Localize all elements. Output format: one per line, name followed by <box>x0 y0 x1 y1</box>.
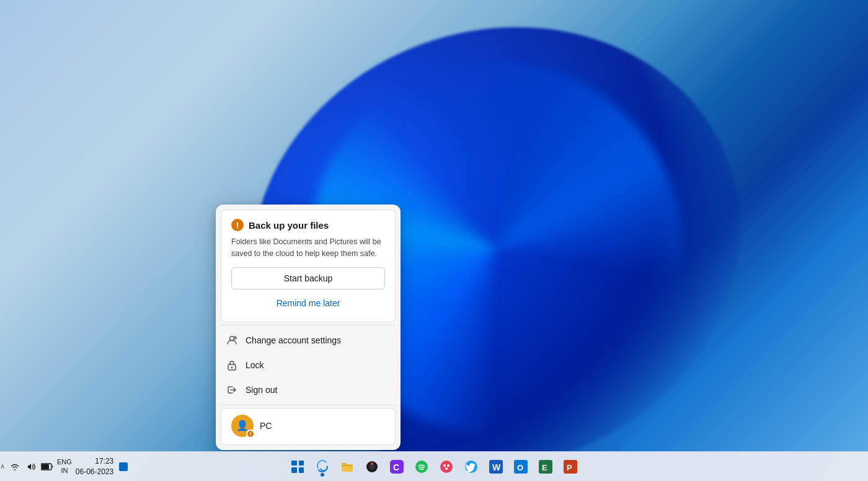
language-indicator[interactable]: ENG IN <box>57 458 72 474</box>
start-button[interactable] <box>286 456 309 478</box>
taskbar-app6-icon[interactable] <box>410 456 433 478</box>
edge-active-dot <box>321 473 324 477</box>
taskbar-app4-icon[interactable] <box>361 456 383 478</box>
taskbar-app8-icon[interactable] <box>460 456 482 478</box>
taskbar-app5-icon[interactable]: C <box>386 456 408 478</box>
user-avatar: 👤 ! <box>231 415 254 437</box>
svg-rect-26 <box>119 462 128 471</box>
menu-divider-1 <box>221 325 396 325</box>
notifications-icon[interactable] <box>117 461 130 473</box>
battery-icon[interactable] <box>41 461 53 473</box>
user-section: 👤 ! PC <box>221 408 396 445</box>
region-code: IN <box>57 467 72 475</box>
warning-icon: ! <box>231 219 244 231</box>
sign-out-label: Sign out <box>246 385 277 395</box>
svg-text:E: E <box>542 463 547 472</box>
taskbar-app11-icon[interactable]: E <box>534 456 557 478</box>
menu-item-lock[interactable]: Lock <box>216 353 401 377</box>
menu-item-sign-out[interactable]: Sign out <box>216 377 401 402</box>
svg-text:W: W <box>492 462 501 472</box>
taskbar-app10-icon[interactable]: O <box>510 456 532 478</box>
taskbar-explorer-icon[interactable] <box>336 456 358 478</box>
remind-later-button[interactable]: Remind me later <box>231 293 385 313</box>
user-name-label: PC <box>260 421 272 431</box>
backup-description: Folders like Documents and Pictures will… <box>231 236 385 260</box>
wifi-icon[interactable] <box>9 461 21 473</box>
svg-point-14 <box>445 467 448 470</box>
svg-point-7 <box>371 462 373 465</box>
backup-title: ! Back up your files <box>231 219 385 231</box>
clock-date: 06-06-2023 <box>76 467 113 477</box>
taskbar-edge-wrapper <box>311 456 334 478</box>
svg-point-11 <box>440 461 453 473</box>
volume-icon[interactable] <box>25 461 37 473</box>
lock-icon <box>226 359 238 371</box>
svg-text:C: C <box>393 462 399 472</box>
taskbar-app7-icon[interactable] <box>435 456 458 478</box>
taskbar-app-icons: C <box>286 456 582 478</box>
signout-icon <box>226 384 238 396</box>
desktop: ! Back up your files Folders like Docume… <box>0 0 868 481</box>
backup-title-text: Back up your files <box>249 220 329 231</box>
svg-text:P: P <box>567 463 572 472</box>
menu-item-change-account-settings[interactable]: Change account settings <box>216 328 401 353</box>
windows-logo-icon <box>291 461 304 473</box>
taskbar-app12-icon[interactable]: P <box>559 456 582 478</box>
svg-text:O: O <box>517 463 523 472</box>
svg-point-3 <box>231 366 233 368</box>
change-account-settings-label: Change account settings <box>246 335 341 345</box>
taskbar: C <box>0 451 868 481</box>
svg-rect-25 <box>42 464 49 469</box>
system-clock[interactable]: 17:23 06-06-2023 <box>76 456 113 477</box>
language-code: ENG <box>57 458 72 466</box>
system-tray: ∧ <box>0 456 137 477</box>
person-settings-icon <box>226 334 238 346</box>
start-backup-button[interactable]: Start backup <box>231 267 385 289</box>
avatar-warning-badge: ! <box>246 430 255 438</box>
show-hidden-icons-button[interactable]: ∧ <box>0 462 5 470</box>
svg-point-13 <box>447 464 450 467</box>
user-popup-menu: ! Back up your files Folders like Docume… <box>216 205 401 450</box>
menu-divider-2 <box>221 405 396 405</box>
clock-time: 17:23 <box>76 456 113 467</box>
lock-label: Lock <box>246 360 264 370</box>
taskbar-app9-icon[interactable]: W <box>485 456 507 478</box>
svg-point-12 <box>443 464 446 467</box>
backup-notification-card: ! Back up your files Folders like Docume… <box>221 210 396 322</box>
